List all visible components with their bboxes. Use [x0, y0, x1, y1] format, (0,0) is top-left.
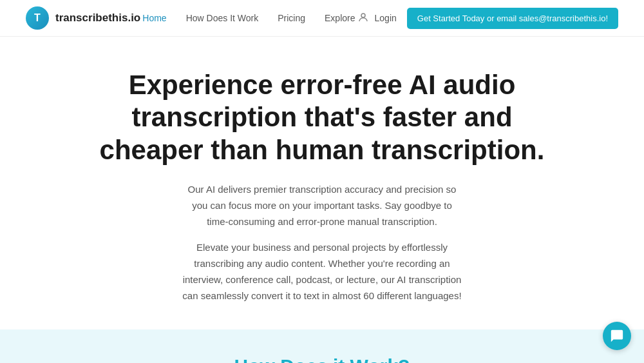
- nav-home[interactable]: Home: [142, 13, 166, 23]
- hero-subtitle-2: Elevate your business and personal proje…: [177, 240, 467, 304]
- hero-subtitle-1: Our AI delivers premier transcription ac…: [180, 182, 464, 230]
- site-header: T transcribethis.io Home How Does It Wor…: [0, 0, 644, 37]
- nav-how-it-works[interactable]: How Does It Work: [186, 13, 259, 23]
- logo-area: T transcribethis.io: [26, 6, 140, 30]
- chat-bubble[interactable]: [603, 322, 631, 350]
- header-actions: Login Get Started Today or email sales@t…: [357, 8, 618, 29]
- logo-icon: T: [26, 6, 49, 30]
- user-icon: [357, 12, 369, 25]
- nav-pricing[interactable]: Pricing: [278, 13, 305, 23]
- login-link[interactable]: Login: [357, 12, 397, 25]
- logo-text: transcribethis.io: [55, 12, 140, 25]
- how-section: How Does it Work?: [0, 329, 644, 363]
- how-section-title: How Does it Work?: [26, 355, 618, 363]
- main-nav: Home How Does It Work Pricing Explore: [142, 13, 355, 23]
- nav-explore[interactable]: Explore: [325, 13, 355, 23]
- cta-button[interactable]: Get Started Today or email sales@transcr…: [407, 8, 618, 29]
- hero-title: Experience error-free AI audio transcrip…: [97, 69, 547, 166]
- hero-section: Experience error-free AI audio transcrip…: [0, 37, 644, 329]
- svg-point-0: [361, 14, 365, 17]
